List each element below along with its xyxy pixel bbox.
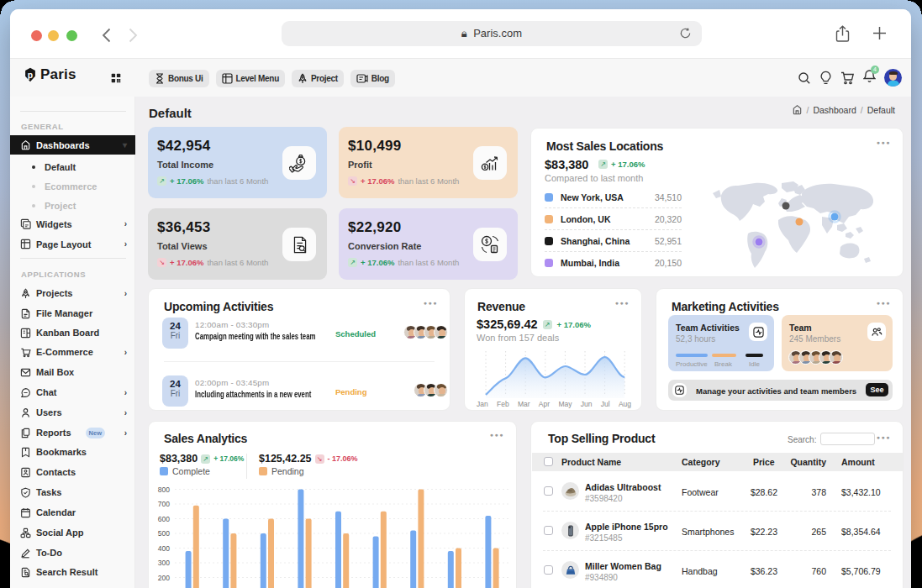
svg-text:300: 300: [158, 559, 170, 567]
svg-text:p: p: [28, 71, 33, 80]
svg-text:700: 700: [158, 500, 170, 508]
svg-text:600: 600: [158, 515, 170, 523]
svg-text:400: 400: [158, 544, 170, 553]
svg-text:500: 500: [158, 529, 170, 538]
svg-text:200: 200: [158, 574, 170, 582]
svg-text:800: 800: [158, 486, 170, 494]
